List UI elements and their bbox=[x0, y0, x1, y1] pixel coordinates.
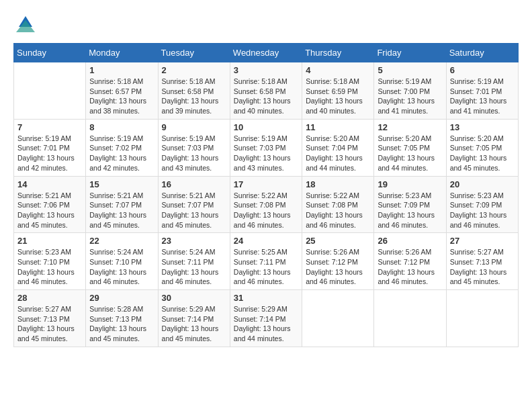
day-cell: 1 Sunrise: 5:18 AM Sunset: 6:57 PM Dayli… bbox=[86, 62, 158, 120]
day-cell: 15 Sunrise: 5:21 AM Sunset: 7:07 PM Dayl… bbox=[86, 176, 158, 233]
day-number: 26 bbox=[378, 236, 442, 246]
col-header-friday: Friday bbox=[374, 44, 446, 62]
day-info: Sunrise: 5:22 AM Sunset: 7:08 PM Dayligh… bbox=[234, 191, 298, 230]
day-number: 22 bbox=[89, 236, 154, 246]
col-header-wednesday: Wednesday bbox=[230, 44, 302, 62]
day-cell: 5 Sunrise: 5:19 AM Sunset: 7:00 PM Dayli… bbox=[374, 62, 446, 120]
day-cell: 4 Sunrise: 5:18 AM Sunset: 6:59 PM Dayli… bbox=[302, 62, 374, 120]
day-number: 8 bbox=[89, 122, 154, 132]
day-info: Sunrise: 5:25 AM Sunset: 7:11 PM Dayligh… bbox=[234, 247, 298, 287]
day-info: Sunrise: 5:21 AM Sunset: 7:07 PM Dayligh… bbox=[162, 191, 226, 230]
day-cell bbox=[14, 62, 86, 120]
day-number: 3 bbox=[234, 65, 298, 75]
day-info: Sunrise: 5:23 AM Sunset: 7:09 PM Dayligh… bbox=[450, 191, 515, 230]
day-cell: 28 Sunrise: 5:27 AM Sunset: 7:13 PM Dayl… bbox=[14, 290, 86, 347]
col-header-sunday: Sunday bbox=[14, 44, 86, 62]
day-cell: 8 Sunrise: 5:19 AM Sunset: 7:02 PM Dayli… bbox=[86, 119, 158, 176]
day-info: Sunrise: 5:20 AM Sunset: 7:05 PM Dayligh… bbox=[378, 134, 442, 173]
header-row: SundayMondayTuesdayWednesdayThursdayFrid… bbox=[14, 44, 519, 62]
day-info: Sunrise: 5:21 AM Sunset: 7:06 PM Dayligh… bbox=[17, 191, 82, 230]
day-info: Sunrise: 5:24 AM Sunset: 7:11 PM Dayligh… bbox=[162, 247, 226, 287]
day-number: 14 bbox=[17, 179, 82, 189]
day-info: Sunrise: 5:24 AM Sunset: 7:10 PM Dayligh… bbox=[89, 247, 154, 287]
day-info: Sunrise: 5:18 AM Sunset: 6:57 PM Dayligh… bbox=[89, 77, 154, 116]
logo-icon bbox=[16, 13, 35, 32]
day-info: Sunrise: 5:19 AM Sunset: 7:02 PM Dayligh… bbox=[89, 134, 154, 173]
day-number: 30 bbox=[162, 293, 226, 303]
day-number: 21 bbox=[17, 236, 82, 246]
day-cell: 29 Sunrise: 5:28 AM Sunset: 7:13 PM Dayl… bbox=[86, 290, 158, 347]
day-cell bbox=[374, 290, 446, 347]
day-info: Sunrise: 5:19 AM Sunset: 7:00 PM Dayligh… bbox=[378, 77, 442, 116]
day-info: Sunrise: 5:26 AM Sunset: 7:12 PM Dayligh… bbox=[378, 247, 442, 287]
week-row-4: 21 Sunrise: 5:23 AM Sunset: 7:10 PM Dayl… bbox=[14, 233, 519, 290]
col-header-monday: Monday bbox=[86, 44, 158, 62]
day-info: Sunrise: 5:27 AM Sunset: 7:13 PM Dayligh… bbox=[450, 247, 515, 287]
day-cell: 20 Sunrise: 5:23 AM Sunset: 7:09 PM Dayl… bbox=[446, 176, 518, 233]
day-cell bbox=[302, 290, 374, 347]
day-number: 17 bbox=[234, 179, 298, 189]
day-number: 19 bbox=[378, 179, 442, 189]
day-info: Sunrise: 5:27 AM Sunset: 7:13 PM Dayligh… bbox=[17, 304, 82, 344]
day-info: Sunrise: 5:19 AM Sunset: 7:03 PM Dayligh… bbox=[234, 134, 298, 173]
day-info: Sunrise: 5:18 AM Sunset: 6:58 PM Dayligh… bbox=[234, 77, 298, 116]
day-number: 29 bbox=[89, 293, 154, 303]
day-number: 24 bbox=[234, 236, 298, 246]
day-number: 15 bbox=[89, 179, 154, 189]
day-cell: 31 Sunrise: 5:29 AM Sunset: 7:14 PM Dayl… bbox=[230, 290, 302, 347]
day-number: 10 bbox=[234, 122, 298, 132]
day-info: Sunrise: 5:18 AM Sunset: 6:59 PM Dayligh… bbox=[306, 77, 370, 116]
col-header-tuesday: Tuesday bbox=[158, 44, 230, 62]
day-cell: 6 Sunrise: 5:19 AM Sunset: 7:01 PM Dayli… bbox=[446, 62, 518, 120]
day-cell: 24 Sunrise: 5:25 AM Sunset: 7:11 PM Dayl… bbox=[230, 233, 302, 290]
day-cell: 12 Sunrise: 5:20 AM Sunset: 7:05 PM Dayl… bbox=[374, 119, 446, 176]
day-info: Sunrise: 5:22 AM Sunset: 7:08 PM Dayligh… bbox=[306, 191, 370, 230]
day-number: 18 bbox=[306, 179, 370, 189]
day-cell: 25 Sunrise: 5:26 AM Sunset: 7:12 PM Dayl… bbox=[302, 233, 374, 290]
day-cell: 13 Sunrise: 5:20 AM Sunset: 7:05 PM Dayl… bbox=[446, 119, 518, 176]
svg-marker-1 bbox=[16, 20, 35, 32]
day-cell: 16 Sunrise: 5:21 AM Sunset: 7:07 PM Dayl… bbox=[158, 176, 230, 233]
day-cell: 10 Sunrise: 5:19 AM Sunset: 7:03 PM Dayl… bbox=[230, 119, 302, 176]
day-number: 16 bbox=[162, 179, 226, 189]
day-number: 1 bbox=[89, 65, 154, 75]
day-info: Sunrise: 5:29 AM Sunset: 7:14 PM Dayligh… bbox=[162, 304, 226, 344]
day-cell: 19 Sunrise: 5:23 AM Sunset: 7:09 PM Dayl… bbox=[374, 176, 446, 233]
day-info: Sunrise: 5:26 AM Sunset: 7:12 PM Dayligh… bbox=[306, 247, 370, 287]
page-header bbox=[13, 13, 519, 32]
day-number: 2 bbox=[162, 65, 226, 75]
day-number: 5 bbox=[378, 65, 442, 75]
col-header-saturday: Saturday bbox=[446, 44, 518, 62]
day-info: Sunrise: 5:29 AM Sunset: 7:14 PM Dayligh… bbox=[234, 304, 298, 344]
day-info: Sunrise: 5:23 AM Sunset: 7:09 PM Dayligh… bbox=[378, 191, 442, 230]
day-cell: 23 Sunrise: 5:24 AM Sunset: 7:11 PM Dayl… bbox=[158, 233, 230, 290]
day-cell: 22 Sunrise: 5:24 AM Sunset: 7:10 PM Dayl… bbox=[86, 233, 158, 290]
day-cell: 9 Sunrise: 5:19 AM Sunset: 7:03 PM Dayli… bbox=[158, 119, 230, 176]
day-number: 20 bbox=[450, 179, 515, 189]
day-cell: 17 Sunrise: 5:22 AM Sunset: 7:08 PM Dayl… bbox=[230, 176, 302, 233]
day-cell: 21 Sunrise: 5:23 AM Sunset: 7:10 PM Dayl… bbox=[14, 233, 86, 290]
day-number: 28 bbox=[17, 293, 82, 303]
day-cell: 30 Sunrise: 5:29 AM Sunset: 7:14 PM Dayl… bbox=[158, 290, 230, 347]
logo bbox=[13, 13, 35, 32]
day-cell: 14 Sunrise: 5:21 AM Sunset: 7:06 PM Dayl… bbox=[14, 176, 86, 233]
week-row-5: 28 Sunrise: 5:27 AM Sunset: 7:13 PM Dayl… bbox=[14, 290, 519, 347]
day-cell: 3 Sunrise: 5:18 AM Sunset: 6:58 PM Dayli… bbox=[230, 62, 302, 120]
week-row-3: 14 Sunrise: 5:21 AM Sunset: 7:06 PM Dayl… bbox=[14, 176, 519, 233]
day-info: Sunrise: 5:18 AM Sunset: 6:58 PM Dayligh… bbox=[162, 77, 226, 116]
day-number: 31 bbox=[234, 293, 298, 303]
week-row-2: 7 Sunrise: 5:19 AM Sunset: 7:01 PM Dayli… bbox=[14, 119, 519, 176]
day-info: Sunrise: 5:28 AM Sunset: 7:13 PM Dayligh… bbox=[89, 304, 154, 344]
day-number: 7 bbox=[17, 122, 82, 132]
day-number: 9 bbox=[162, 122, 226, 132]
col-header-thursday: Thursday bbox=[302, 44, 374, 62]
day-cell: 27 Sunrise: 5:27 AM Sunset: 7:13 PM Dayl… bbox=[446, 233, 518, 290]
day-cell: 11 Sunrise: 5:20 AM Sunset: 7:04 PM Dayl… bbox=[302, 119, 374, 176]
day-number: 13 bbox=[450, 122, 515, 132]
day-number: 12 bbox=[378, 122, 442, 132]
day-cell: 7 Sunrise: 5:19 AM Sunset: 7:01 PM Dayli… bbox=[14, 119, 86, 176]
day-cell: 26 Sunrise: 5:26 AM Sunset: 7:12 PM Dayl… bbox=[374, 233, 446, 290]
day-cell: 18 Sunrise: 5:22 AM Sunset: 7:08 PM Dayl… bbox=[302, 176, 374, 233]
day-cell: 2 Sunrise: 5:18 AM Sunset: 6:58 PM Dayli… bbox=[158, 62, 230, 120]
day-info: Sunrise: 5:19 AM Sunset: 7:01 PM Dayligh… bbox=[17, 134, 82, 173]
